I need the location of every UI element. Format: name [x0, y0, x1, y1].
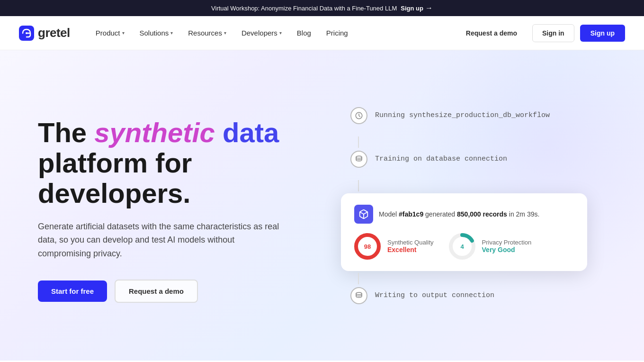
step-connector-2	[358, 180, 359, 191]
sign-in-button[interactable]: Sign in	[532, 24, 574, 42]
gauge-synthetic-quality: 98	[354, 233, 381, 260]
svg-point-13	[356, 292, 362, 295]
banner-cta[interactable]: Sign up →	[401, 4, 433, 12]
nav-item-pricing[interactable]: Pricing	[320, 25, 355, 41]
gauge-privacy-protection: 4	[449, 233, 475, 260]
result-card-header: Model #fab1c9 generated 850,000 records …	[354, 205, 574, 224]
banner-arrow: →	[425, 4, 433, 12]
result-card: Model #fab1c9 generated 850,000 records …	[341, 193, 587, 271]
request-demo-button[interactable]: Request a demo	[456, 25, 527, 42]
chevron-down-icon: ▾	[224, 30, 226, 36]
hero-right: Running synthesize_production_db_workflo…	[322, 100, 606, 320]
hero-section: The synthetic data platform for develope…	[0, 50, 644, 361]
model-icon	[354, 205, 373, 224]
hero-title: The synthetic data platform for develope…	[38, 118, 322, 208]
workflow-step-running: Running synthesize_production_db_workflo…	[341, 100, 587, 131]
logo[interactable]: gretel	[19, 26, 70, 41]
nav-links: Product ▾ Solutions ▾ Resources ▾ Develo…	[89, 25, 456, 41]
nav-actions: Request a demo Sign in Sign up	[456, 24, 625, 42]
model-description: Model #fab1c9 generated 850,000 records …	[379, 210, 539, 218]
title-data: data	[223, 117, 279, 148]
hero-subtitle: Generate artificial datasets with the sa…	[38, 220, 284, 261]
request-demo-hero-button[interactable]: Request a demo	[115, 280, 198, 303]
svg-point-1	[26, 32, 27, 34]
clock-icon	[350, 107, 367, 124]
title-prefix: The	[38, 117, 94, 148]
svg-text:98: 98	[364, 243, 371, 250]
metric-synthetic-labels: Synthetic Quality Excellent	[387, 239, 434, 253]
navbar: gretel Product ▾ Solutions ▾ Resources ▾…	[0, 16, 644, 50]
hero-buttons: Start for free Request a demo	[38, 280, 322, 303]
metric-synthetic-quality: 98 Synthetic Quality Excellent	[354, 233, 434, 260]
nav-item-resources[interactable]: Resources ▾	[181, 25, 233, 41]
sign-up-button[interactable]: Sign up	[580, 25, 625, 42]
nav-item-solutions[interactable]: Solutions ▾	[133, 25, 180, 41]
step-training-label: Training on database connection	[375, 155, 507, 163]
database-icon	[350, 151, 367, 168]
workflow-step-training: Training on database connection	[341, 144, 587, 174]
metrics-row: 98 Synthetic Quality Excellent	[354, 233, 574, 260]
logo-icon	[19, 26, 34, 41]
top-banner: Virtual Workshop: Anonymize Financial Da…	[0, 0, 644, 16]
step-running-label: Running synthesize_production_db_workflo…	[375, 111, 550, 119]
workflow-container: Running synthesize_production_db_workflo…	[341, 100, 587, 320]
banner-text: Virtual Workshop: Anonymize Financial Da…	[211, 5, 397, 12]
chevron-down-icon: ▾	[170, 30, 173, 36]
logo-text: gretel	[38, 26, 70, 40]
metric-privacy-labels: Privacy Protection Very Good	[482, 239, 532, 253]
chevron-down-icon: ▾	[122, 30, 125, 36]
hero-left: The synthetic data platform for develope…	[38, 118, 322, 303]
chevron-down-icon: ▾	[279, 30, 282, 36]
title-synthetic: synthetic	[94, 117, 215, 148]
nav-item-product[interactable]: Product ▾	[89, 25, 131, 41]
start-for-free-button[interactable]: Start for free	[38, 281, 107, 302]
step-writing-label: Writing to output connection	[375, 291, 494, 299]
metric-privacy-protection: 4 Privacy Protection Very Good	[449, 233, 532, 260]
database-output-icon	[350, 287, 367, 304]
nav-item-blog[interactable]: Blog	[290, 25, 318, 41]
nav-item-developers[interactable]: Developers ▾	[235, 25, 288, 41]
workflow-step-writing: Writing to output connection	[341, 281, 587, 311]
svg-text:4: 4	[460, 243, 464, 250]
title-line2: platform for developers.	[38, 147, 192, 208]
svg-point-3	[356, 156, 362, 158]
